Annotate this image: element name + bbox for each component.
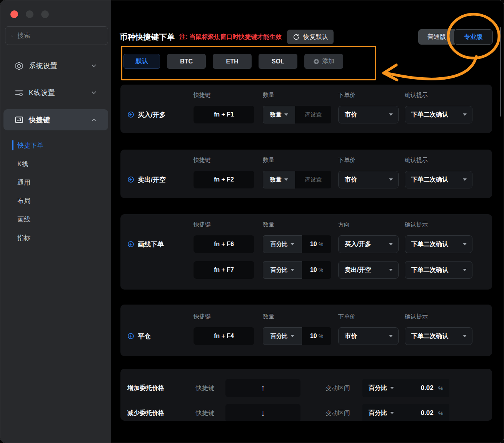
adjust-row-label: 减少委托价格 bbox=[127, 409, 196, 417]
hotkey-note: 注: 当鼠标聚焦窗口时快捷键才能生效 bbox=[180, 33, 282, 41]
search-input[interactable] bbox=[17, 32, 103, 40]
hotkey-field[interactable]: fn + F2 bbox=[194, 171, 254, 188]
tab-eth[interactable]: ETH bbox=[213, 54, 252, 69]
quantity-mode-select[interactable]: 百分比 bbox=[263, 235, 302, 253]
caret-down-icon bbox=[463, 113, 467, 116]
confirm-select[interactable]: 下单二次确认 bbox=[405, 327, 472, 345]
confirm-select[interactable]: 下单二次确认 bbox=[405, 171, 472, 188]
gear-icon bbox=[14, 61, 24, 71]
range-label: 变动区间 bbox=[325, 409, 357, 417]
tune-icon bbox=[14, 88, 24, 98]
sidebar-item-indicator[interactable]: 指标 bbox=[17, 233, 30, 242]
confirm-select[interactable]: 下单二次确认 bbox=[405, 235, 472, 253]
tab-btc[interactable]: BTC bbox=[167, 54, 206, 69]
col-header-confirm: 确认提示 bbox=[405, 221, 472, 228]
sidebar-item-kline[interactable]: K线 bbox=[17, 159, 28, 168]
sidebar-item-quick-order[interactable]: 快捷下单 bbox=[17, 141, 43, 150]
hotkey-field-arrow-up[interactable]: ↑ bbox=[225, 379, 300, 397]
mode-pro-button[interactable]: 专业版 bbox=[454, 29, 493, 45]
circle-plus-icon bbox=[127, 176, 134, 183]
quantity-field: 百分比 10 % bbox=[263, 261, 331, 279]
quantity-input[interactable]: 10 % bbox=[302, 327, 331, 345]
chevron-up-icon bbox=[90, 117, 97, 123]
circle-plus-icon bbox=[127, 111, 134, 118]
confirm-select[interactable]: 下单二次确认 bbox=[405, 261, 472, 279]
quantity-mode-select[interactable]: 百分比 bbox=[263, 327, 302, 345]
hotkey-field[interactable]: fn + F1 bbox=[194, 106, 254, 123]
mode-basic-button[interactable]: 普通版 bbox=[418, 29, 455, 45]
sidebar-item-kline-settings[interactable]: K线设置 bbox=[0, 83, 111, 102]
sidebar-item-general[interactable]: 通用 bbox=[17, 178, 30, 187]
caret-down-icon bbox=[389, 178, 393, 181]
caret-down-icon bbox=[284, 113, 288, 116]
quantity-input[interactable]: 10 % bbox=[302, 235, 331, 253]
tab-default[interactable]: 默认 bbox=[123, 54, 160, 69]
hotkey-field[interactable]: fn + F6 bbox=[194, 235, 254, 253]
order-price-select[interactable]: 市价 bbox=[338, 106, 399, 123]
hotkey-field-arrow-down[interactable]: ↓ bbox=[225, 404, 300, 421]
quantity-mode-select[interactable]: 数量 bbox=[263, 106, 295, 123]
caret-down-icon bbox=[290, 243, 294, 245]
tab-sol[interactable]: SOL bbox=[259, 54, 297, 69]
order-price-select[interactable]: 市价 bbox=[338, 327, 399, 345]
col-header-confirm: 确认提示 bbox=[405, 92, 472, 99]
shortcut-key-icon bbox=[14, 115, 24, 125]
caret-down-icon bbox=[290, 269, 294, 271]
section-draw-line-order: 快捷键 数量 方向 确认提示 画线下单 fn + F6 百分比 bbox=[120, 214, 492, 290]
sidebar-item-label: 快捷键 bbox=[29, 115, 50, 125]
caret-down-icon bbox=[463, 335, 467, 337]
section-adjust-order-price: 增加委托价格 快捷键 ↑ 变动区间 百分比 0.02 % 减少委托价格 快捷键 … bbox=[120, 369, 492, 421]
direction-select[interactable]: 卖出/开空 bbox=[338, 261, 399, 279]
main-content: 币种快捷键下单 注: 当鼠标聚焦窗口时快捷键才能生效 恢复默认 普通版 专业版 … bbox=[111, 0, 504, 443]
chevron-down-icon bbox=[90, 89, 97, 96]
range-field[interactable]: 百分比 0.02 % bbox=[362, 404, 449, 421]
maximize-button[interactable] bbox=[41, 10, 49, 18]
sidebar: 系统设置 K线设置 快捷键 快捷下单 K线 通用 bbox=[0, 0, 111, 443]
search-box[interactable] bbox=[5, 26, 108, 45]
scrollbar-thumb[interactable] bbox=[500, 27, 501, 117]
quantity-input[interactable]: 请设置 bbox=[295, 106, 331, 123]
minimize-button[interactable] bbox=[26, 10, 33, 18]
caret-down-icon bbox=[463, 178, 467, 181]
reset-defaults-button[interactable]: 恢复默认 bbox=[287, 30, 334, 44]
sidebar-item-layout[interactable]: 布局 bbox=[17, 196, 30, 205]
quantity-input[interactable]: 请设置 bbox=[295, 171, 331, 188]
circle-plus-icon bbox=[127, 333, 134, 340]
section-close-position: 快捷键 数量 下单价 确认提示 平仓 fn + F4 百分比 bbox=[120, 305, 492, 356]
col-header-quantity: 数量 bbox=[263, 221, 331, 228]
section-buy-open-long: 快捷键 数量 下单价 确认提示 买入/开多 fn + F1 数量 bbox=[120, 85, 492, 133]
col-header-price: 下单价 bbox=[338, 157, 399, 164]
caret-down-icon bbox=[390, 412, 394, 414]
sidebar-item-system-settings[interactable]: 系统设置 bbox=[0, 56, 111, 75]
section-sell-open-short: 快捷键 数量 下单价 确认提示 卖出/开空 fn + F2 数量 bbox=[120, 150, 492, 198]
window-controls bbox=[10, 10, 49, 18]
range-field[interactable]: 百分比 0.02 % bbox=[362, 379, 449, 397]
add-coin-label: 添加 bbox=[322, 57, 334, 65]
arrow-up-icon: ↑ bbox=[261, 383, 265, 393]
close-button[interactable] bbox=[10, 10, 18, 18]
caret-down-icon bbox=[389, 113, 393, 116]
page-header: 币种快捷键下单 注: 当鼠标聚焦窗口时快捷键才能生效 恢复默认 普通版 专业版 bbox=[120, 29, 493, 45]
add-coin-button[interactable]: 添加 bbox=[304, 54, 343, 69]
confirm-select[interactable]: 下单二次确认 bbox=[405, 106, 472, 123]
reset-label: 恢复默认 bbox=[303, 33, 328, 41]
col-header-hotkey: 快捷键 bbox=[194, 157, 254, 164]
col-header-direction: 方向 bbox=[338, 221, 399, 228]
caret-down-icon bbox=[389, 243, 393, 245]
direction-select[interactable]: 买入/开多 bbox=[338, 235, 399, 253]
sidebar-item-shortcuts[interactable]: 快捷键 bbox=[3, 109, 108, 130]
sidebar-item-drawing[interactable]: 画线 bbox=[17, 215, 30, 224]
search-icon bbox=[11, 32, 13, 40]
col-header-price: 下单价 bbox=[338, 92, 399, 99]
hotkey-field[interactable]: fn + F7 bbox=[194, 261, 254, 279]
caret-down-icon bbox=[290, 335, 294, 337]
quantity-mode-select[interactable]: 数量 bbox=[263, 171, 295, 188]
quantity-mode-select[interactable]: 百分比 bbox=[263, 261, 302, 279]
hotkey-label: 快捷键 bbox=[196, 384, 220, 392]
annotation-highlight-box: 默认 BTC ETH SOL 添加 bbox=[121, 46, 376, 80]
arrow-down-icon: ↓ bbox=[261, 408, 265, 418]
hotkey-field[interactable]: fn + F4 bbox=[194, 327, 254, 345]
order-price-select[interactable]: 市价 bbox=[338, 171, 399, 188]
quantity-input[interactable]: 10 % bbox=[302, 261, 331, 279]
caret-down-icon bbox=[284, 178, 288, 181]
